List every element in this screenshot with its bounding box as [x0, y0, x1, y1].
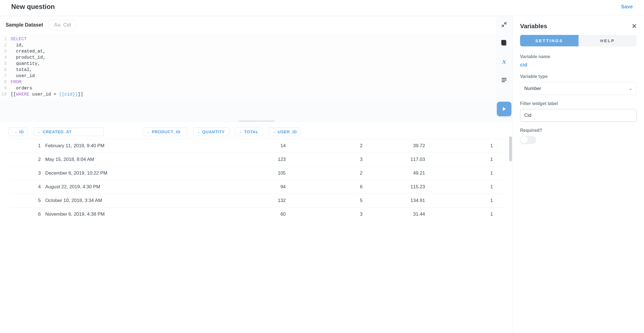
column-label: USER_ID [278, 129, 297, 134]
cell: 5 [8, 194, 43, 208]
contract-icon[interactable] [499, 20, 509, 30]
line-gutter: 12345678910 [0, 34, 8, 100]
column-header-product_id[interactable]: ⌄PRODUCT_ID [143, 127, 187, 136]
cell: May 15, 2018, 8:04 AM [43, 153, 178, 166]
column-header-user_id[interactable]: ⌄USER_ID [269, 127, 301, 136]
editor-header: Sample Dataset Aa Cid [0, 16, 496, 34]
scrollbar-thumb[interactable] [509, 136, 512, 161]
cell: 1 [427, 208, 504, 221]
panel-tabs: SETTINGS HELP [520, 35, 637, 46]
reference-icon[interactable] [499, 38, 509, 48]
code-area[interactable]: SELECT id, created_at, product_id, quant… [8, 34, 496, 100]
cell: October 10, 2018, 3:34 AM [43, 194, 178, 208]
cell: February 11, 2019, 9:40 PM [43, 139, 178, 153]
cell: 3 [288, 153, 365, 166]
filter-widget-label: Filter widget label [520, 101, 637, 106]
sql-editor[interactable]: 12345678910 SELECT id, created_at, produ… [0, 34, 496, 100]
dataset-name[interactable]: Sample Dataset [6, 22, 43, 28]
cell: 1 [427, 166, 504, 180]
column-header-quantity[interactable]: ⌄QUANTITY [193, 127, 229, 136]
cell: November 6, 2019, 4:38 PM [43, 208, 178, 221]
tab-settings[interactable]: SETTINGS [520, 35, 579, 46]
table-row[interactable]: 3December 6, 2019, 10:22 PM105249.211 [8, 166, 504, 180]
chevron-down-icon: ⌄ [273, 130, 276, 134]
close-icon[interactable]: ✕ [632, 23, 637, 30]
column-header-created_at[interactable]: ⌄CREATED_AT [34, 127, 104, 136]
required-label: Required? [520, 128, 637, 133]
cell: 2 [288, 139, 365, 153]
table-row[interactable]: 4August 22, 2019, 4:30 PM946115.231 [8, 180, 504, 194]
cell: 105 [177, 166, 288, 180]
save-button[interactable]: Save [621, 4, 633, 10]
variable-name-label: Variable name [520, 54, 637, 59]
column-header-total[interactable]: ⌄TOTAL [235, 127, 263, 136]
run-button[interactable] [497, 102, 511, 116]
table-row[interactable]: 6November 6, 2019, 4:38 PM60331.441 [8, 208, 504, 221]
filter-widget-input[interactable] [520, 109, 637, 122]
page-title: New question [11, 3, 55, 11]
cell: 60 [177, 208, 288, 221]
variable-type-value: Number [524, 86, 541, 91]
cell: 115.23 [365, 180, 427, 194]
cell: December 6, 2019, 10:22 PM [43, 166, 178, 180]
cell: 6 [288, 180, 365, 194]
cell: 94 [177, 180, 288, 194]
required-toggle[interactable] [520, 136, 536, 144]
svg-rect-3 [501, 40, 506, 45]
variable-type-select[interactable]: Number ⌄ [520, 82, 637, 95]
variables-panel: Variables ✕ SETTINGS HELP Variable name … [513, 16, 644, 333]
topbar: New question Save [0, 0, 644, 16]
snippet-icon[interactable] [499, 75, 509, 85]
drag-handle[interactable] [0, 120, 513, 122]
column-label: QUANTITY [202, 129, 225, 134]
filter-chip-label: Cid [63, 22, 71, 28]
cell: 31.44 [365, 208, 427, 221]
cell: 1 [427, 194, 504, 208]
svg-rect-4 [502, 78, 507, 79]
cell: 1 [427, 139, 504, 153]
cell: 132 [177, 194, 288, 208]
chevron-down-icon: ⌄ [629, 85, 633, 91]
svg-rect-6 [502, 81, 505, 82]
cell: 3 [8, 166, 43, 180]
column-label: ID [19, 129, 24, 134]
column-label: TOTAL [244, 129, 258, 134]
cell: 1 [427, 180, 504, 194]
tab-help[interactable]: HELP [579, 35, 637, 46]
cell: 134.91 [365, 194, 427, 208]
svg-rect-5 [502, 80, 507, 80]
variable-type-label: Variable type [520, 74, 637, 79]
table-row[interactable]: 1February 11, 2019, 9:40 PM14239.721 [8, 139, 504, 153]
table-row[interactable]: 5October 10, 2018, 3:34 AM1325134.911 [8, 194, 504, 208]
filter-chip-cid[interactable]: Aa Cid [49, 20, 76, 30]
text-icon: Aa [54, 22, 60, 28]
chevron-down-icon: ⌄ [239, 130, 242, 134]
cell: 14 [177, 139, 288, 153]
cell: 5 [288, 194, 365, 208]
column-header-id[interactable]: ⌄ID [8, 127, 28, 136]
variable-name-value: cid [520, 62, 637, 68]
cell: 1 [8, 139, 43, 153]
cell: 4 [8, 180, 43, 194]
toggle-knob [521, 136, 528, 144]
cell: 2 [8, 153, 43, 166]
table-header-row: ⌄ID⌄CREATED_AT⌄PRODUCT_ID⌄QUANTITY⌄TOTAL… [8, 127, 504, 139]
variable-icon[interactable]: x [499, 56, 509, 66]
table-row[interactable]: 2May 15, 2018, 8:04 AM1233117.031 [8, 153, 504, 166]
chevron-down-icon: ⌄ [38, 130, 41, 134]
cell: 1 [427, 153, 504, 166]
cell: 123 [177, 153, 288, 166]
panel-title: Variables [520, 23, 547, 30]
results-table: 1February 11, 2019, 9:40 PM14239.7212May… [8, 139, 504, 221]
cell: 39.72 [365, 139, 427, 153]
editor-sidebar: x [496, 16, 513, 120]
cell: August 22, 2019, 4:30 PM [43, 180, 178, 194]
cell: 3 [288, 208, 365, 221]
results-panel: ⌄ID⌄CREATED_AT⌄PRODUCT_ID⌄QUANTITY⌄TOTAL… [0, 122, 513, 333]
chevron-down-icon: ⌄ [147, 130, 150, 134]
column-label: CREATED_AT [43, 129, 72, 134]
chevron-down-icon: ⌄ [15, 130, 17, 134]
column-label: PRODUCT_ID [152, 129, 181, 134]
cell: 117.03 [365, 153, 427, 166]
cell: 6 [8, 208, 43, 221]
